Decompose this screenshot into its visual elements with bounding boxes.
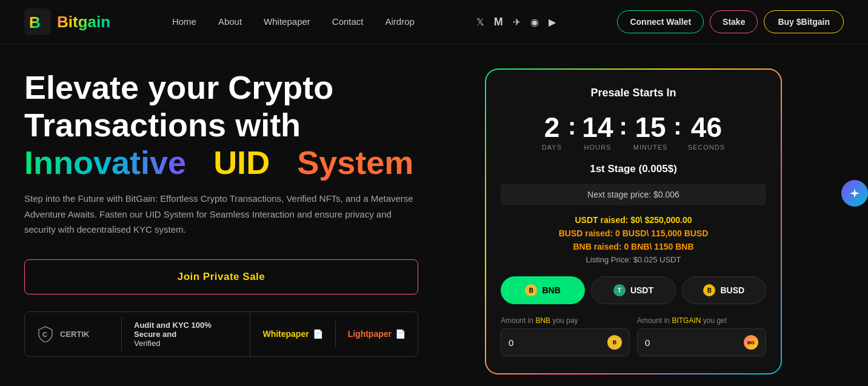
raised-busd: BUSD raised: 0 BUSD\ 115,000 BUSD [501,228,766,238]
presale-title: Presale Starts In [501,87,766,99]
countdown-minutes: 15 MINUTES [633,113,668,151]
nav-action-buttons: Connect Wallet Stake Buy $Bitgain [617,10,844,33]
amount-in-group: Amount in BNB you pay B [501,316,630,356]
hero-section: Elevate your Crypto Transactions with In… [24,68,461,357]
sep3: : [673,113,681,140]
countdown-hours: 14 HOURS [582,113,613,151]
listing-price: Listing Price: $0.025 USDT [501,255,766,264]
certik-bar: C CERTIK Audit and KYC 100% Secure and V… [24,311,418,357]
amount-in-input-wrapper: B [501,328,630,356]
nav-about[interactable]: About [218,16,242,27]
busd-coin-icon: B [703,284,715,296]
amount-out-coin-badge: BG [744,335,758,350]
hero-title-line2: Transactions with [24,106,461,144]
amount-in-currency: BNB [535,316,550,325]
hero-title-line3: Innovative UID System [24,144,461,181]
join-private-sale-button[interactable]: Join Private Sale [24,259,418,294]
raised-bnb: BNB raised: 0 BNB\ 1150 BNB [501,242,766,251]
medium-icon[interactable]: M [494,16,503,28]
bnb-coin-icon: B [525,284,537,296]
countdown-days: 2 DAYS [542,113,562,151]
amount-out-input-wrapper: BG [637,328,766,356]
hours-value: 14 [582,113,613,141]
certik-logo: C CERTIK [25,317,122,351]
social-links: 𝕏 M ✈ ◉ ▶ [476,16,556,28]
usdt-label: USDT [630,285,653,295]
svg-text:B: B [29,13,41,32]
minutes-value: 15 [633,113,668,141]
floating-action-button[interactable] [841,180,868,207]
discord-icon[interactable]: ◉ [530,16,539,28]
hero-uid-text: UID [213,144,270,181]
busd-label: BUSD [720,285,744,295]
bnb-label: BNB [542,285,560,295]
sep2: : [619,113,627,140]
doc-icon: 📄 [313,329,323,339]
nav-contact[interactable]: Contact [332,16,364,27]
raised-usdt: USDT raised: $0\ $250,000.00 [501,215,766,225]
stake-button[interactable]: Stake [710,10,758,33]
hero-system-text: System [297,144,413,181]
amount-out-group: Amount in BITGAIN you get BG [637,316,766,356]
amount-in-coin-badge: B [607,335,622,350]
hours-label: HOURS [582,144,613,151]
nav-whitepaper[interactable]: Whitepaper [264,16,310,27]
hero-title: Elevate your Crypto Transactions with In… [24,68,461,181]
bnb-currency-button[interactable]: B BNB [501,276,585,304]
navbar: B Bitgain Home About Whitepaper Contact … [0,0,868,44]
youtube-icon[interactable]: ▶ [549,16,556,28]
amount-inputs: Amount in BNB you pay B Amount in BITGAI… [501,316,766,356]
twitter-icon[interactable]: 𝕏 [476,16,484,28]
hero-title-line1: Elevate your Crypto [24,68,461,106]
main-content: Elevate your Crypto Transactions with In… [0,44,868,386]
lightpaper-link[interactable]: Lightpaper 📄 [336,321,418,347]
svg-marker-3 [850,188,860,198]
presale-card-wrapper: Presale Starts In 2 DAYS : 14 HOURS : 15… [485,68,782,374]
stage-label: 1st Stage (0.005$) [501,163,766,175]
lightpaper-doc-icon: 📄 [395,329,406,339]
busd-currency-button[interactable]: B BUSD [682,276,766,304]
amount-out-input[interactable] [645,338,744,348]
logo-icon: B [24,8,51,35]
telegram-icon[interactable]: ✈ [513,16,521,28]
sep1: : [568,113,576,140]
minutes-label: MINUTES [633,144,668,151]
hero-innovative-text: Innovative [24,144,186,181]
hero-description: Step into the Future with BitGain: Effor… [24,191,418,238]
amount-in-input[interactable] [509,338,607,348]
presale-card: Presale Starts In 2 DAYS : 14 HOURS : 15… [486,70,781,373]
logo[interactable]: B Bitgain [24,8,110,35]
buy-bitgain-button[interactable]: Buy $Bitgain [764,10,844,33]
nav-menu: Home About Whitepaper Contact Airdrop [172,16,415,27]
logo-text: Bitgain [57,13,110,32]
countdown-seconds: 46 SECONDS [688,113,725,151]
nav-home[interactable]: Home [172,16,196,27]
currency-selector: B BNB T USDT B BUSD [501,276,766,304]
whitepaper-link[interactable]: Whitepaper 📄 [250,321,335,347]
connect-wallet-button[interactable]: Connect Wallet [617,10,704,33]
sparkle-icon [849,187,861,199]
amount-out-label: Amount in BITGAIN you get [637,316,766,325]
days-value: 2 [542,113,562,141]
certik-brand-text: CERTIK [60,330,89,339]
svg-text:C: C [42,331,47,338]
amount-out-currency: BITGAIN [672,316,701,325]
countdown-timer: 2 DAYS : 14 HOURS : 15 MINUTES : 46 SECO… [501,113,766,151]
seconds-label: SECONDS [688,144,725,151]
seconds-value: 46 [688,113,725,141]
days-label: DAYS [542,144,562,151]
certik-audit-text: Audit and KYC 100% Secure and Verified [122,312,250,356]
usdt-coin-icon: T [613,284,626,296]
nav-airdrop[interactable]: Airdrop [386,16,415,27]
usdt-currency-button[interactable]: T USDT [591,276,675,304]
next-stage-bar: Next stage price: $0.006 [501,184,766,205]
certik-shield-icon: C [37,325,54,342]
amount-in-label: Amount in BNB you pay [501,316,630,325]
